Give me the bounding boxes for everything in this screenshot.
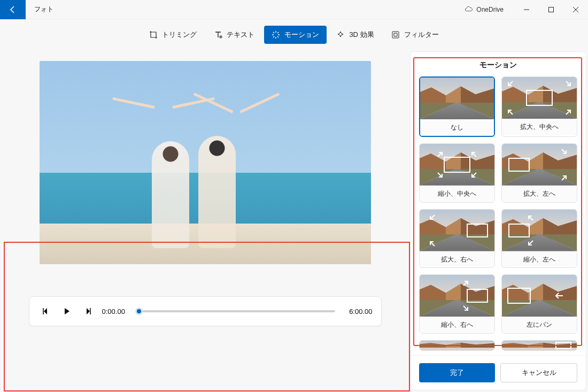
motion-option-zoom-in-center[interactable]: 拡大、中央へ [501,76,577,137]
prev-frame-button[interactable] [38,304,53,319]
cloud-icon [465,5,473,14]
svg-rect-0 [549,7,554,12]
titlebar: フォト OneDrive [0,0,588,19]
cancel-button[interactable]: キャンセル [500,363,577,382]
onedrive-status[interactable]: OneDrive [465,5,504,14]
back-button[interactable] [0,0,26,19]
motion-option-zoom-in-left[interactable]: 拡大、左へ [501,143,577,203]
motion-option-none[interactable]: なし [419,76,495,137]
tab-label: トリミング [162,30,197,40]
3d-effect-tab[interactable]: 3D 効果 [329,26,381,44]
motion-label: 左にパン [502,317,577,333]
seek-thumb[interactable] [135,308,143,315]
window-controls [514,0,588,19]
main: 0:00.00 6:00.00 モーション なし [0,50,588,392]
svg-rect-2 [392,32,399,38]
seek-track[interactable] [139,310,335,312]
motion-option-zoom-out-right[interactable]: 縮小、右へ [419,274,495,334]
motion-label: 拡大、右へ [420,251,494,268]
motion-label: 縮小、左へ [502,251,577,268]
motion-label: 拡大、中央へ [502,119,577,135]
playback-bar: 0:00.00 6:00.00 [29,296,382,326]
motion-option-partial[interactable] [501,340,577,351]
text-icon [214,30,222,39]
panel-title: モーション [411,52,586,76]
motion-option-zoom-out-left[interactable]: 縮小、左へ [501,209,577,268]
motion-label: 拡大、左へ [502,186,577,202]
tab-label: テキスト [227,30,254,40]
toolbar: トリミング テキスト モーション 3D 効果 フィルター [0,19,588,50]
maximize-button[interactable] [539,0,563,19]
panel-footer: 完了 キャンセル [411,355,586,390]
play-button[interactable] [59,304,74,319]
total-time: 6:00.00 [349,308,372,316]
motion-label: 縮小、右へ [420,317,494,333]
tab-label: フィルター [404,30,439,40]
close-button[interactable] [563,0,588,19]
text-tab[interactable]: テキスト [206,26,262,44]
minimize-button[interactable] [514,0,539,19]
motion-tab[interactable]: モーション [264,26,327,44]
motion-option-pan-left[interactable]: 左にパン [501,274,577,334]
app-title: フォト [34,5,53,14]
preview-column: 0:00.00 6:00.00 [0,50,410,392]
current-time: 0:00.00 [102,308,125,316]
trimming-tab[interactable]: トリミング [142,26,204,44]
motion-label: 縮小、中央へ [420,186,494,202]
crop-icon [149,30,158,39]
preview-image[interactable] [40,61,371,264]
motion-panel: モーション なし 拡大、中央へ [410,51,586,390]
tab-label: モーション [284,30,319,40]
done-button[interactable]: 完了 [419,363,495,382]
motion-option-zoom-in-right[interactable]: 拡大、右へ [419,209,495,268]
next-frame-button[interactable] [81,304,96,319]
motion-label: なし [420,119,494,136]
sparkle-icon [336,30,345,39]
onedrive-label: OneDrive [476,6,504,13]
tab-label: 3D 効果 [349,30,374,40]
motion-option-zoom-out-center[interactable]: 縮小、中央へ [419,143,495,203]
motion-option-partial[interactable] [419,340,495,351]
filter-tab[interactable]: フィルター [384,26,446,44]
motion-icon [272,30,280,39]
motion-grid: なし 拡大、中央へ [411,76,586,355]
filter-icon [391,30,400,39]
